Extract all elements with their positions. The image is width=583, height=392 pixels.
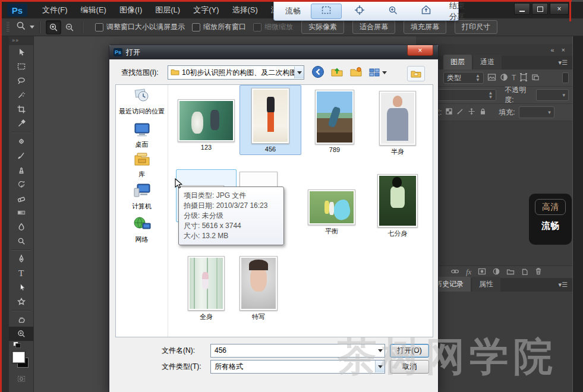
pen-tool[interactable] [9,252,33,266]
clone-stamp-tool[interactable] [9,163,33,177]
panel-menu-icon[interactable]: ▾☰ [559,59,568,67]
crop-tool[interactable] [9,102,33,116]
close-panel-icon[interactable]: × [562,46,565,53]
history-brush-tool[interactable] [9,177,33,191]
crosshair-button[interactable] [344,4,375,19]
up-folder-icon[interactable] [330,66,344,80]
lock-transparency-icon[interactable] [445,108,453,117]
blur-tool[interactable] [9,220,33,234]
type-tool[interactable]: T [9,266,33,280]
lock-pixels-icon[interactable] [456,108,464,117]
share-arrow-button[interactable] [411,4,442,19]
quick-mask-button[interactable] [9,373,33,385]
current-folder-button[interactable] [407,66,425,81]
eyedropper-tool[interactable] [9,116,33,131]
collapse-panels-icon[interactable]: « [550,46,554,53]
fill-select[interactable]: ▾ [519,106,554,118]
tab-layers[interactable]: 图层 [443,55,472,69]
print-size-button[interactable]: 打印尺寸 [455,20,497,34]
hd-quality-button[interactable]: 高清 [535,199,566,215]
zoom-tool[interactable] [9,327,33,341]
filter-shape-icon[interactable] [519,73,528,83]
layer-mask-icon[interactable] [478,268,486,277]
filter-type-select[interactable]: 类型▲▼ [443,72,484,84]
dialog-titlebar[interactable]: Ps 打开 × [109,45,438,59]
options-grip[interactable] [7,22,10,33]
file-closeup[interactable]: 特写 [228,256,289,321]
gradient-tool[interactable] [9,206,33,220]
tools-panel-header[interactable]: »» [9,36,33,45]
fit-screen-button[interactable]: 适合屏幕 [352,20,395,34]
menu-image[interactable]: 图像(I) [113,2,149,18]
views-icon[interactable] [368,67,387,78]
dialog-close-button[interactable]: × [407,45,433,56]
filter-type-text-icon[interactable]: T [512,74,516,82]
adjustment-layer-icon[interactable] [493,268,500,277]
stream-mode-button[interactable]: 流畅 [278,4,308,19]
menu-file[interactable]: 文件(F) [36,2,74,18]
region-select-button[interactable] [311,4,342,19]
layer-group-icon[interactable] [506,268,515,277]
file-123[interactable]: 123 [175,99,237,151]
tab-channels[interactable]: 通道 [473,55,502,69]
marquee-tool[interactable] [9,59,33,74]
scrubby-zoom-checkbox[interactable] [253,23,261,31]
file-balance[interactable]: 平衡 [299,189,364,236]
file-789[interactable]: 789 [304,90,365,153]
close-button[interactable]: × [550,3,569,15]
shape-tool[interactable] [9,295,33,309]
zoom-in-button[interactable] [46,20,61,34]
sidebar-item-computer[interactable]: 计算机 [116,182,168,211]
brush-tool[interactable] [9,148,33,163]
lasso-tool[interactable] [9,74,33,88]
zoom-out-button[interactable] [62,21,77,34]
fill-screen-button[interactable]: 填充屏幕 [404,20,446,34]
end-share-button[interactable]: 结束分享 [444,4,475,19]
filter-toggle[interactable] [562,72,569,83]
dodge-tool[interactable] [9,234,33,248]
foreground-color-swatch[interactable] [12,352,25,363]
history-panel-menu-icon[interactable]: ▾☰ [559,281,568,289]
maximize-button[interactable] [532,3,548,15]
eraser-tool[interactable] [9,191,33,206]
file-seventenths[interactable]: 七分身 [367,174,428,238]
opacity-select[interactable]: ▾ [536,89,569,101]
lookin-dropdown-button[interactable] [294,67,304,78]
default-colors-icon[interactable] [9,341,33,348]
new-layer-icon[interactable] [521,268,528,277]
filter-pixel-icon[interactable] [487,73,496,83]
sidebar-item-network[interactable]: 网络 [116,216,168,244]
delete-layer-icon[interactable] [535,267,542,277]
zoom-all-windows-checkbox[interactable] [192,23,200,31]
quick-select-tool[interactable] [9,88,33,102]
resize-windows-checkbox[interactable] [95,23,103,31]
smooth-quality-button[interactable]: 流畅 [541,220,559,232]
lock-all-icon[interactable] [479,108,487,117]
tool-preset[interactable] [15,20,34,34]
back-icon[interactable] [311,65,324,80]
menu-layer[interactable]: 图层(L) [149,2,187,18]
menu-type[interactable]: 文字(Y) [187,2,225,18]
menu-edit[interactable]: 编辑(E) [74,2,113,18]
new-folder-icon[interactable] [349,66,363,80]
file-456-selected[interactable]: 456 [239,85,301,155]
file-halfbody[interactable]: 半身 [367,91,428,156]
filter-adjustment-icon[interactable] [500,73,508,83]
magnifier-button[interactable] [377,4,408,19]
sidebar-item-recent[interactable]: 最近访问的位置 [116,87,168,116]
healing-brush-tool[interactable] [9,134,33,148]
sidebar-item-libraries[interactable]: 库 [116,151,168,179]
move-tool[interactable] [9,45,33,59]
hand-tool[interactable] [9,312,33,327]
lock-position-icon[interactable] [468,108,475,117]
path-select-tool[interactable] [9,280,33,295]
actual-pixels-button[interactable]: 实际像素 [301,20,344,34]
sidebar-item-desktop[interactable]: 桌面 [116,122,168,149]
lookin-select[interactable]: 10初步认识照片的构图、及二次构图 [168,65,304,80]
minimize-button[interactable] [514,3,530,15]
filter-smart-object-icon[interactable] [531,73,540,83]
link-layers-icon[interactable] [450,268,459,277]
tab-properties[interactable]: 属性 [472,277,500,292]
layer-style-icon[interactable]: fx [466,267,471,277]
menu-select[interactable]: 选择(S) [225,2,264,18]
